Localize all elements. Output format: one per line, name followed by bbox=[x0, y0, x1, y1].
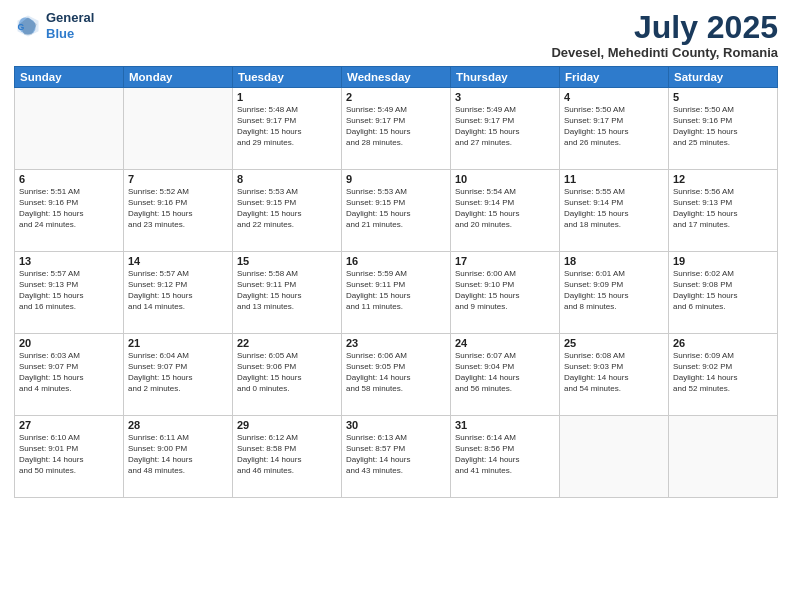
calendar-cell: 8Sunrise: 5:53 AM Sunset: 9:15 PM Daylig… bbox=[233, 170, 342, 252]
calendar-cell: 29Sunrise: 6:12 AM Sunset: 8:58 PM Dayli… bbox=[233, 416, 342, 498]
day-number: 23 bbox=[346, 337, 446, 349]
day-number: 7 bbox=[128, 173, 228, 185]
logo-line2: Blue bbox=[46, 26, 94, 42]
calendar-cell: 5Sunrise: 5:50 AM Sunset: 9:16 PM Daylig… bbox=[669, 88, 778, 170]
logo-icon: G bbox=[14, 12, 42, 40]
cell-info: Sunrise: 6:08 AM Sunset: 9:03 PM Dayligh… bbox=[564, 351, 664, 394]
calendar-cell: 24Sunrise: 6:07 AM Sunset: 9:04 PM Dayli… bbox=[451, 334, 560, 416]
day-number: 27 bbox=[19, 419, 119, 431]
cell-info: Sunrise: 6:04 AM Sunset: 9:07 PM Dayligh… bbox=[128, 351, 228, 394]
calendar-cell: 9Sunrise: 5:53 AM Sunset: 9:15 PM Daylig… bbox=[342, 170, 451, 252]
cell-info: Sunrise: 5:49 AM Sunset: 9:17 PM Dayligh… bbox=[346, 105, 446, 148]
cell-info: Sunrise: 6:11 AM Sunset: 9:00 PM Dayligh… bbox=[128, 433, 228, 476]
calendar-cell: 7Sunrise: 5:52 AM Sunset: 9:16 PM Daylig… bbox=[124, 170, 233, 252]
cell-info: Sunrise: 5:51 AM Sunset: 9:16 PM Dayligh… bbox=[19, 187, 119, 230]
month-year: July 2025 bbox=[551, 10, 778, 45]
cell-info: Sunrise: 6:12 AM Sunset: 8:58 PM Dayligh… bbox=[237, 433, 337, 476]
page: G General Blue July 2025 Devesel, Mehedi… bbox=[0, 0, 792, 612]
cell-info: Sunrise: 6:10 AM Sunset: 9:01 PM Dayligh… bbox=[19, 433, 119, 476]
day-number: 4 bbox=[564, 91, 664, 103]
calendar-week-row: 27Sunrise: 6:10 AM Sunset: 9:01 PM Dayli… bbox=[15, 416, 778, 498]
cell-info: Sunrise: 5:54 AM Sunset: 9:14 PM Dayligh… bbox=[455, 187, 555, 230]
day-number: 28 bbox=[128, 419, 228, 431]
svg-text:G: G bbox=[18, 21, 25, 31]
day-number: 2 bbox=[346, 91, 446, 103]
calendar-cell: 21Sunrise: 6:04 AM Sunset: 9:07 PM Dayli… bbox=[124, 334, 233, 416]
calendar-week-row: 1Sunrise: 5:48 AM Sunset: 9:17 PM Daylig… bbox=[15, 88, 778, 170]
calendar-cell: 10Sunrise: 5:54 AM Sunset: 9:14 PM Dayli… bbox=[451, 170, 560, 252]
weekday-header: Thursday bbox=[451, 67, 560, 88]
calendar-cell: 4Sunrise: 5:50 AM Sunset: 9:17 PM Daylig… bbox=[560, 88, 669, 170]
location: Devesel, Mehedinti County, Romania bbox=[551, 45, 778, 60]
cell-info: Sunrise: 6:05 AM Sunset: 9:06 PM Dayligh… bbox=[237, 351, 337, 394]
cell-info: Sunrise: 5:53 AM Sunset: 9:15 PM Dayligh… bbox=[346, 187, 446, 230]
cell-info: Sunrise: 6:06 AM Sunset: 9:05 PM Dayligh… bbox=[346, 351, 446, 394]
day-number: 15 bbox=[237, 255, 337, 267]
cell-info: Sunrise: 5:50 AM Sunset: 9:16 PM Dayligh… bbox=[673, 105, 773, 148]
day-number: 16 bbox=[346, 255, 446, 267]
cell-info: Sunrise: 5:48 AM Sunset: 9:17 PM Dayligh… bbox=[237, 105, 337, 148]
cell-info: Sunrise: 5:55 AM Sunset: 9:14 PM Dayligh… bbox=[564, 187, 664, 230]
weekday-header: Wednesday bbox=[342, 67, 451, 88]
weekday-header: Friday bbox=[560, 67, 669, 88]
weekday-header: Tuesday bbox=[233, 67, 342, 88]
calendar-cell bbox=[15, 88, 124, 170]
day-number: 29 bbox=[237, 419, 337, 431]
weekday-header: Monday bbox=[124, 67, 233, 88]
calendar-cell: 11Sunrise: 5:55 AM Sunset: 9:14 PM Dayli… bbox=[560, 170, 669, 252]
calendar-cell: 12Sunrise: 5:56 AM Sunset: 9:13 PM Dayli… bbox=[669, 170, 778, 252]
day-number: 17 bbox=[455, 255, 555, 267]
calendar-cell: 16Sunrise: 5:59 AM Sunset: 9:11 PM Dayli… bbox=[342, 252, 451, 334]
cell-info: Sunrise: 5:52 AM Sunset: 9:16 PM Dayligh… bbox=[128, 187, 228, 230]
cell-info: Sunrise: 6:02 AM Sunset: 9:08 PM Dayligh… bbox=[673, 269, 773, 312]
calendar-cell: 25Sunrise: 6:08 AM Sunset: 9:03 PM Dayli… bbox=[560, 334, 669, 416]
calendar-cell: 19Sunrise: 6:02 AM Sunset: 9:08 PM Dayli… bbox=[669, 252, 778, 334]
header: G General Blue July 2025 Devesel, Mehedi… bbox=[14, 10, 778, 60]
day-number: 6 bbox=[19, 173, 119, 185]
day-number: 20 bbox=[19, 337, 119, 349]
calendar-cell: 2Sunrise: 5:49 AM Sunset: 9:17 PM Daylig… bbox=[342, 88, 451, 170]
calendar-cell: 27Sunrise: 6:10 AM Sunset: 9:01 PM Dayli… bbox=[15, 416, 124, 498]
day-number: 30 bbox=[346, 419, 446, 431]
day-number: 8 bbox=[237, 173, 337, 185]
cell-info: Sunrise: 6:07 AM Sunset: 9:04 PM Dayligh… bbox=[455, 351, 555, 394]
logo-line1: General bbox=[46, 10, 94, 26]
day-number: 5 bbox=[673, 91, 773, 103]
weekday-header-row: SundayMondayTuesdayWednesdayThursdayFrid… bbox=[15, 67, 778, 88]
calendar-cell: 3Sunrise: 5:49 AM Sunset: 9:17 PM Daylig… bbox=[451, 88, 560, 170]
day-number: 11 bbox=[564, 173, 664, 185]
calendar-cell: 18Sunrise: 6:01 AM Sunset: 9:09 PM Dayli… bbox=[560, 252, 669, 334]
calendar-cell bbox=[669, 416, 778, 498]
calendar-cell: 31Sunrise: 6:14 AM Sunset: 8:56 PM Dayli… bbox=[451, 416, 560, 498]
day-number: 31 bbox=[455, 419, 555, 431]
day-number: 19 bbox=[673, 255, 773, 267]
calendar-cell: 22Sunrise: 6:05 AM Sunset: 9:06 PM Dayli… bbox=[233, 334, 342, 416]
calendar-cell: 20Sunrise: 6:03 AM Sunset: 9:07 PM Dayli… bbox=[15, 334, 124, 416]
cell-info: Sunrise: 6:01 AM Sunset: 9:09 PM Dayligh… bbox=[564, 269, 664, 312]
calendar-cell: 1Sunrise: 5:48 AM Sunset: 9:17 PM Daylig… bbox=[233, 88, 342, 170]
logo-text: General Blue bbox=[46, 10, 94, 41]
calendar-cell: 23Sunrise: 6:06 AM Sunset: 9:05 PM Dayli… bbox=[342, 334, 451, 416]
day-number: 21 bbox=[128, 337, 228, 349]
cell-info: Sunrise: 5:57 AM Sunset: 9:12 PM Dayligh… bbox=[128, 269, 228, 312]
cell-info: Sunrise: 5:50 AM Sunset: 9:17 PM Dayligh… bbox=[564, 105, 664, 148]
day-number: 12 bbox=[673, 173, 773, 185]
calendar-cell: 26Sunrise: 6:09 AM Sunset: 9:02 PM Dayli… bbox=[669, 334, 778, 416]
calendar-cell: 15Sunrise: 5:58 AM Sunset: 9:11 PM Dayli… bbox=[233, 252, 342, 334]
calendar: SundayMondayTuesdayWednesdayThursdayFrid… bbox=[14, 66, 778, 498]
cell-info: Sunrise: 6:00 AM Sunset: 9:10 PM Dayligh… bbox=[455, 269, 555, 312]
day-number: 3 bbox=[455, 91, 555, 103]
day-number: 24 bbox=[455, 337, 555, 349]
cell-info: Sunrise: 6:13 AM Sunset: 8:57 PM Dayligh… bbox=[346, 433, 446, 476]
cell-info: Sunrise: 6:14 AM Sunset: 8:56 PM Dayligh… bbox=[455, 433, 555, 476]
cell-info: Sunrise: 5:53 AM Sunset: 9:15 PM Dayligh… bbox=[237, 187, 337, 230]
logo: G General Blue bbox=[14, 10, 94, 41]
day-number: 14 bbox=[128, 255, 228, 267]
day-number: 10 bbox=[455, 173, 555, 185]
day-number: 18 bbox=[564, 255, 664, 267]
calendar-week-row: 6Sunrise: 5:51 AM Sunset: 9:16 PM Daylig… bbox=[15, 170, 778, 252]
calendar-cell bbox=[124, 88, 233, 170]
cell-info: Sunrise: 5:57 AM Sunset: 9:13 PM Dayligh… bbox=[19, 269, 119, 312]
cell-info: Sunrise: 6:09 AM Sunset: 9:02 PM Dayligh… bbox=[673, 351, 773, 394]
day-number: 9 bbox=[346, 173, 446, 185]
